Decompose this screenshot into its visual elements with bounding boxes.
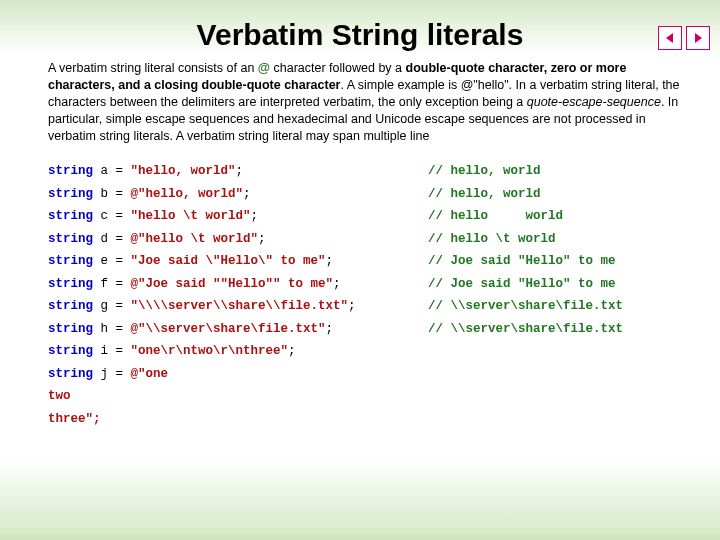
slide: Verbatim String literals A verbatim stri… <box>0 18 720 540</box>
footer-bar <box>0 534 720 540</box>
code-row: string a = "hello, world";// hello, worl… <box>48 160 680 183</box>
code-row: string c = "hello \t world";// hello wor… <box>48 205 680 228</box>
body-text-2: character followed by a <box>270 61 406 75</box>
code-row: string j = @"one <box>48 363 680 386</box>
code-row: string b = @"hello, world";// hello, wor… <box>48 183 680 206</box>
arrow-left-icon <box>663 31 677 45</box>
code-row: two <box>48 385 680 408</box>
code-row: string d = @"hello \t world";// hello \t… <box>48 228 680 251</box>
code-row: string f = @"Joe said ""Hello"" to me";/… <box>48 273 680 296</box>
code-row: string i = "one\r\ntwo\r\nthree"; <box>48 340 680 363</box>
slide-title: Verbatim String literals <box>0 18 720 52</box>
prev-slide-button[interactable] <box>658 26 682 50</box>
svg-marker-1 <box>695 33 702 43</box>
at-symbol: @ <box>258 61 270 75</box>
body-italic-1: quote-escape-sequence <box>527 95 661 109</box>
arrow-right-icon <box>691 31 705 45</box>
slide-body: A verbatim string literal consists of an… <box>48 60 680 144</box>
body-text-1: A verbatim string literal consists of an <box>48 61 258 75</box>
nav-arrows <box>658 26 710 50</box>
next-slide-button[interactable] <box>686 26 710 50</box>
code-row: string h = @"\\server\share\file.txt";//… <box>48 318 680 341</box>
svg-marker-0 <box>666 33 673 43</box>
code-block: string a = "hello, world";// hello, worl… <box>48 160 680 430</box>
code-row: string e = "Joe said \"Hello\" to me";//… <box>48 250 680 273</box>
code-row: string g = "\\\\server\\share\\file.txt"… <box>48 295 680 318</box>
code-row: three"; <box>48 408 680 431</box>
